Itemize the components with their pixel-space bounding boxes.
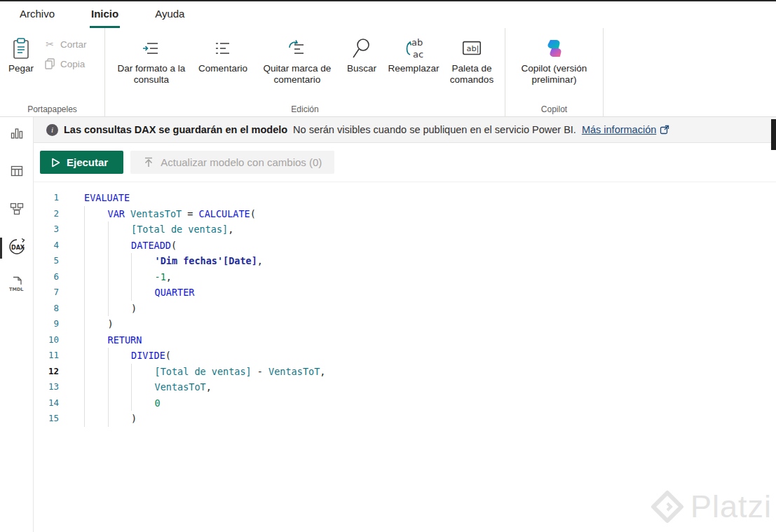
dax-editor[interactable]: 1EVALUATE2 VAR VentasToT = CALCULATE(3 [… (34, 182, 776, 532)
indent-guide (108, 395, 132, 411)
ribbon-tabbar: Archivo Inicio Ayuda (0, 1, 776, 28)
sidebar-item-report-view[interactable] (0, 125, 34, 144)
search-icon (350, 36, 373, 60)
code-line[interactable]: 13 VentasToT, (34, 379, 776, 395)
line-number: 4 (34, 238, 59, 254)
code-line[interactable]: 10 RETURN (34, 332, 776, 348)
info-banner-bold-text: Las consultas DAX se guardarán en el mod… (64, 124, 287, 135)
line-number: 9 (34, 316, 59, 332)
tab-inicio[interactable]: Inicio (90, 2, 120, 28)
code-token: - (252, 366, 268, 377)
comment-icon (212, 36, 234, 60)
cut-button[interactable]: ✂ Cortar (43, 38, 87, 50)
sidebar-item-dax-query-view[interactable]: DAX (0, 239, 34, 257)
svg-text:DAX: DAX (11, 245, 25, 251)
indent-guide (84, 316, 108, 332)
update-model-button[interactable]: Actualizar modelo con cambios (0) (130, 151, 334, 174)
line-number: 6 (34, 269, 59, 285)
code-lines: 1EVALUATE2 VAR VentasToT = CALCULATE(3 [… (34, 190, 776, 427)
indent-guide (131, 269, 155, 285)
uncomment-label: Quitar marca de comentario (257, 63, 338, 86)
query-toolbar: Ejecutar Actualizar modelo con cambios (… (34, 143, 776, 182)
indent-guide (84, 253, 108, 269)
watermark: Platzi (650, 489, 772, 525)
tab-archivo[interactable]: Archivo (18, 2, 56, 28)
code-token (125, 208, 130, 219)
command-palette-button[interactable]: ab| Paleta de comandos (444, 34, 499, 88)
indent-guide (108, 238, 132, 254)
search-button[interactable]: Buscar (341, 34, 383, 77)
line-number: 11 (34, 348, 59, 364)
copilot-label: Copilot (versión preliminar) (518, 63, 591, 86)
code-line[interactable]: 6 -1, (34, 269, 776, 285)
code-line[interactable]: 5 'Dim fechas'[Date], (34, 253, 776, 269)
code-token: VentasToT (268, 366, 320, 377)
code-token: , (257, 255, 263, 266)
code-token: EVALUATE (84, 192, 130, 203)
code-token: CALCULATE (199, 208, 250, 219)
code-token: QUARTER (155, 287, 195, 298)
sidebar-item-model-view[interactable] (0, 201, 34, 219)
run-button[interactable]: Ejecutar (40, 151, 123, 174)
paste-label: Pegar (8, 63, 34, 74)
indent-guide (131, 285, 155, 301)
code-token: ( (250, 208, 256, 219)
sidebar-item-tmdl-view[interactable]: TMDL (0, 277, 34, 295)
more-info-link[interactable]: Más información (582, 124, 669, 135)
code-token: -1 (155, 271, 166, 282)
code-token: , (166, 271, 172, 282)
more-info-link-text: Más información (582, 124, 656, 135)
indent-guide (108, 301, 132, 317)
indent-guide (84, 348, 108, 364)
code-line[interactable]: 4 DATEADD( (34, 238, 776, 254)
indent-guide (131, 253, 155, 269)
code-line[interactable]: 8 ) (34, 301, 776, 317)
update-model-label: Actualizar modelo con cambios (0) (161, 156, 322, 168)
code-token: , (320, 366, 325, 377)
indent-guide (108, 364, 132, 380)
uncomment-button[interactable]: Quitar marca de comentario (254, 34, 341, 88)
code-line[interactable]: 15 ) (34, 411, 776, 427)
code-line[interactable]: 9 ) (34, 316, 776, 332)
copy-label: Copia (60, 59, 85, 69)
ribbon-group-edit: Dar formato a la consulta Comentario Qui… (105, 28, 505, 116)
line-number: 7 (34, 285, 59, 301)
indent-guide (84, 379, 108, 395)
line-number: 3 (34, 221, 59, 238)
scrollbar-thumb[interactable] (771, 119, 776, 150)
ribbon-group-copilot: Copilot (versión preliminar) Copilot (505, 28, 604, 116)
line-number: 8 (34, 301, 59, 317)
indent-guide (108, 411, 132, 427)
indent-guide (131, 364, 155, 380)
copy-icon (43, 57, 56, 70)
indent-guide (84, 364, 108, 380)
format-query-button[interactable]: Dar formato a la consulta (111, 34, 192, 88)
indent-guide (84, 332, 108, 348)
code-token: VentasToT (130, 208, 182, 219)
indent-guide (108, 285, 132, 301)
tab-ayuda[interactable]: Ayuda (154, 2, 186, 28)
code-line[interactable]: 7 QUARTER (34, 285, 776, 301)
replace-icon: abac (402, 36, 425, 60)
svg-text:ab: ab (411, 37, 423, 48)
replace-label: Reemplazar (386, 63, 442, 74)
code-token: 0 (155, 397, 161, 409)
line-number: 13 (34, 379, 59, 395)
indent-guide (108, 269, 132, 285)
code-line[interactable]: 1EVALUATE (34, 190, 776, 206)
comment-button[interactable]: Comentario (192, 34, 254, 77)
replace-button[interactable]: abac Reemplazar (383, 34, 444, 77)
code-line[interactable]: 14 0 (34, 395, 776, 411)
tmdl-icon: TMDL (8, 275, 26, 296)
code-line[interactable]: 3 [Total de ventas], (34, 221, 776, 238)
code-line[interactable]: 12 [Total de ventas] - VentasToT, (34, 364, 776, 380)
copilot-button[interactable]: Copilot (versión preliminar) (515, 34, 594, 88)
code-line[interactable]: 11 DIVIDE( (34, 348, 776, 364)
copy-button[interactable]: Copia (43, 57, 87, 70)
sidebar-item-table-view[interactable] (0, 163, 34, 182)
paste-button[interactable]: Pegar (6, 34, 36, 77)
indent-guide (84, 301, 108, 317)
indent-guide (108, 348, 132, 364)
code-token: DATEADD (131, 240, 171, 251)
code-line[interactable]: 2 VAR VentasToT = CALCULATE( (34, 206, 776, 222)
